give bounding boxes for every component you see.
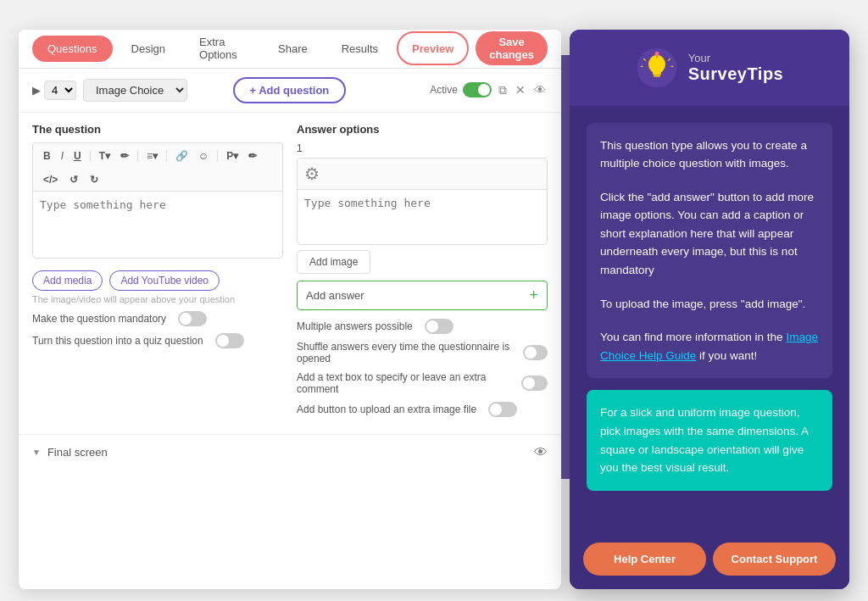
divider1 (90, 150, 91, 162)
question-row: ▶ 4 Image Choice + Add question Active ⧉… (19, 69, 561, 113)
textbox-toggle[interactable] (521, 376, 548, 391)
quiz-toggle[interactable] (215, 333, 244, 348)
tab-questions[interactable]: Questions (32, 36, 113, 62)
paragraph-btn[interactable]: P▾ (223, 148, 242, 164)
question-number: ▶ 4 (32, 81, 76, 100)
save-button[interactable]: Save changes (476, 31, 548, 65)
multiple-answers-toggle[interactable] (425, 319, 453, 334)
question-toolbar: B I U T▾ ✏ ≡▾ 🔗 ☺ P▾ ✏ (32, 142, 283, 169)
toolbar-row2: </> ↺ ↻ (32, 169, 283, 191)
settings-icon: ⚙ (304, 164, 320, 183)
add-youtube-button[interactable]: Add YouTube video (109, 270, 220, 291)
add-media-button[interactable]: Add media (32, 270, 103, 291)
answer-options: Answer options 1 ⚙ Add image Add answer … (297, 123, 548, 417)
tips-logo-icon (636, 47, 678, 89)
media-buttons: Add media Add YouTube video (32, 270, 283, 291)
svg-point-4 (654, 51, 659, 55)
final-screen-row[interactable]: ▼ Final screen 👁 (19, 434, 561, 470)
answer-section-label: Answer options (297, 123, 548, 136)
align-btn[interactable]: ≡▾ (143, 148, 161, 164)
bold-btn[interactable]: B (40, 148, 54, 164)
add-image-button[interactable]: Add image (297, 250, 370, 274)
text-color-btn[interactable]: T▾ (96, 148, 114, 164)
tab-results[interactable]: Results (326, 36, 393, 62)
contact-support-button[interactable]: Contact Support (713, 543, 836, 576)
svg-rect-3 (654, 75, 660, 77)
active-label: Active (430, 84, 458, 96)
active-toggle[interactable] (463, 82, 492, 97)
content-area: The question B I U T▾ ✏ ≡▾ 🔗 ☺ P▾ ✏ (19, 113, 561, 427)
final-screen-eye-icon[interactable]: 👁 (534, 445, 548, 460)
tip-highlight-block: For a slick and uniform image question, … (587, 390, 832, 490)
multiple-answers-row: Multiple answers possible (297, 319, 548, 334)
tip-main-text: This question type allows you to create … (600, 136, 819, 173)
tips-footer: Help Center Contact Support (570, 529, 849, 589)
quiz-option-row: Turn this question into a quiz question (32, 333, 283, 348)
question-type-select[interactable]: Image Choice (83, 79, 187, 102)
answer-settings: Multiple answers possible Shuffle answer… (297, 319, 548, 417)
arrow-icon: ▶ (32, 84, 41, 97)
tips-panel: Your SurveyTips This question type allow… (570, 30, 849, 589)
tab-extra-options[interactable]: Extra Options (184, 30, 259, 69)
mandatory-toggle[interactable] (178, 311, 207, 326)
divider4 (217, 150, 218, 162)
add-answer-plus-icon: + (529, 287, 538, 304)
emoji-btn[interactable]: ☺ (195, 148, 212, 164)
textbox-row: Add a text box to specify or leave an ex… (297, 371, 548, 395)
upload-label: Add button to upload an extra image file (297, 403, 476, 415)
final-screen-label: Final screen (47, 446, 108, 459)
mandatory-label: Make the question mandatory (32, 313, 166, 325)
close-icon[interactable]: ✕ (514, 81, 527, 98)
tip-click-text: Click the "add answer" button to add mor… (600, 188, 819, 280)
underline-btn[interactable]: U (70, 148, 85, 164)
answer-textarea[interactable] (298, 190, 547, 241)
shuffle-answers-row: Shuffle answers every time the questionn… (297, 341, 548, 364)
collapse-icon: ▼ (32, 448, 41, 457)
copy-icon[interactable]: ⧉ (497, 81, 509, 99)
tips-title: Your SurveyTips (688, 52, 783, 84)
eye-icon[interactable]: 👁 (532, 81, 548, 98)
survey-builder: Questions Design Extra Options Share Res… (19, 30, 561, 589)
italic-btn[interactable]: I (58, 148, 67, 164)
help-center-button[interactable]: Help Center (583, 543, 706, 576)
question-controls: Active ⧉ ✕ 👁 (430, 81, 548, 99)
question-number-select[interactable]: 4 (44, 81, 76, 100)
upload-toggle[interactable] (488, 402, 517, 417)
question-section-label: The question (32, 123, 283, 136)
question-editor: The question B I U T▾ ✏ ≡▾ 🔗 ☺ P▾ ✏ (32, 123, 283, 417)
pen-btn[interactable]: ✏ (245, 148, 260, 164)
tip-main-block: This question type allows you to create … (587, 123, 832, 379)
question-textarea[interactable] (32, 191, 283, 259)
redo-btn[interactable]: ↻ (86, 172, 102, 187)
answer-box: ⚙ (297, 158, 548, 245)
preview-button[interactable]: Preview (397, 31, 469, 65)
divider2 (137, 150, 138, 162)
svg-rect-2 (653, 72, 661, 75)
link-btn[interactable]: 🔗 (172, 148, 192, 164)
main-container: Questions Design Extra Options Share Res… (19, 30, 849, 589)
multiple-answers-label: Multiple answers possible (297, 320, 413, 332)
tips-content: This question type allows you to create … (570, 106, 849, 529)
shuffle-toggle[interactable] (523, 345, 548, 360)
quiz-label: Turn this question into a quiz question (32, 335, 203, 347)
answer-number: 1 (297, 142, 548, 154)
add-answer-label: Add answer (306, 289, 364, 302)
tip-highlight-text: For a slick and uniform image question, … (600, 403, 819, 476)
undo-btn[interactable]: ↺ (66, 172, 81, 187)
tab-design[interactable]: Design (116, 36, 181, 62)
tab-share[interactable]: Share (263, 36, 323, 62)
tab-actions: Preview Save changes (397, 31, 548, 65)
divider3 (166, 150, 167, 162)
tip-more-info-text: You can find more information in the Ima… (600, 328, 819, 364)
tip-upload-text: To upload the image, press "add image". (600, 295, 819, 314)
highlight-btn[interactable]: ✏ (117, 148, 132, 164)
add-answer-row[interactable]: Add answer + (297, 281, 548, 310)
textbox-label: Add a text box to specify or leave an ex… (297, 371, 509, 395)
code-btn[interactable]: </> (40, 172, 61, 187)
media-hint: The image/video will appear above your q… (32, 294, 283, 304)
answer-toolbar: ⚙ (298, 159, 547, 190)
tabs-bar: Questions Design Extra Options Share Res… (19, 30, 561, 69)
add-question-button[interactable]: + Add question (233, 77, 347, 103)
upload-image-row: Add button to upload an extra image file (297, 402, 548, 417)
mandatory-option-row: Make the question mandatory (32, 311, 283, 326)
